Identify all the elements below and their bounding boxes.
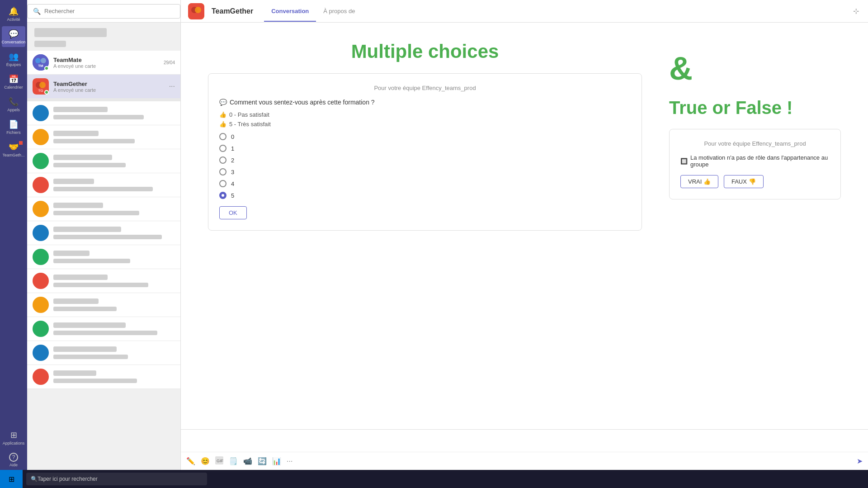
sidebar-item-teamgether[interactable]: 🤝 TeamGeth... — [2, 139, 25, 160]
more-options-button[interactable]: ··· — [169, 82, 175, 90]
radio-row-0[interactable]: 0 — [219, 133, 631, 140]
radio-2[interactable] — [219, 156, 226, 164]
list-item[interactable] — [27, 149, 180, 173]
teammate-info: TeamMate A envoyé une carte — [53, 57, 159, 69]
tab-apropos[interactable]: À propos de — [316, 1, 362, 22]
left-rail: 🔔 Activité 💬 Conversation 👥 Équipes 📅 Ca… — [0, 0, 27, 470]
sidebar-item-equipes[interactable]: 👥 Équipes — [2, 49, 25, 70]
emoji-icon[interactable]: 😊 — [201, 457, 210, 465]
radio-row-4[interactable]: 4 — [219, 180, 631, 187]
chat-item-teammate[interactable]: TM TeamMate A envoyé une carte 29/04 — [27, 51, 180, 75]
radio-row-3[interactable]: 3 — [219, 168, 631, 175]
rail-label-aide: Aide — [9, 463, 18, 467]
poll-option1: 👍 0 - Pas satisfait — [219, 111, 631, 118]
list-item[interactable] — [27, 293, 180, 317]
tf-title-container: True or False ! — [669, 98, 841, 118]
sidebar-item-conversation[interactable]: 💬 Conversation — [2, 26, 25, 47]
rail-label-appels: Appels — [7, 108, 20, 112]
name-bar — [53, 346, 117, 352]
sidebar-item-applications[interactable]: ⊞ Applications — [2, 427, 25, 448]
faux-button[interactable]: FAUX 👎 — [724, 175, 764, 188]
message-input[interactable] — [181, 430, 868, 452]
avatar-red-2 — [33, 273, 49, 289]
list-item[interactable] — [27, 197, 180, 221]
radio-0[interactable] — [219, 133, 226, 140]
sidebar-item-activite[interactable]: 🔔 Activité — [2, 4, 25, 24]
teamgether-icon: 🤝 — [9, 142, 19, 152]
ampersand-container: & — [669, 41, 841, 87]
avatar-yellow-2 — [33, 201, 49, 217]
name-bar — [53, 227, 121, 232]
giphy-icon[interactable]: GIF — [215, 456, 223, 466]
chat-icon: 💬 — [9, 29, 19, 39]
name-bar — [53, 298, 99, 304]
ok-button[interactable]: OK — [219, 206, 247, 219]
svg-text:TG: TG — [38, 89, 43, 93]
radio-5[interactable] — [219, 192, 226, 199]
start-button[interactable]: ⊞ — [0, 470, 23, 488]
list-item[interactable] — [27, 245, 180, 269]
radio-1[interactable] — [219, 145, 226, 152]
more-toolbar-icon[interactable]: ··· — [287, 457, 292, 465]
speech-bubble-icon: 💬 — [219, 99, 227, 106]
poll-card: Pour votre équipe Effency_teams_prod 💬 C… — [208, 73, 642, 231]
poll-option2: 👍 5 - Très satisfait — [219, 121, 631, 128]
phone-icon: 📞 — [9, 97, 19, 107]
poll-subtitle: Pour votre équipe Effency_teams_prod — [219, 85, 631, 91]
format-icon[interactable]: ✏️ — [186, 457, 195, 465]
search-icon-main: 🔍 — [33, 8, 41, 15]
list-item[interactable] — [27, 221, 180, 245]
list-item[interactable] — [27, 365, 180, 389]
sidebar-item-fichiers[interactable]: 📄 Fichiers — [2, 117, 25, 137]
sidebar-item-appels[interactable]: 📞 Appels — [2, 94, 25, 115]
list-item[interactable] — [27, 317, 180, 341]
vrai-button[interactable]: VRAI 👍 — [680, 175, 718, 188]
avatar-yellow-3 — [33, 297, 49, 313]
search-icon: 🔍 — [31, 476, 38, 482]
radio-row-2[interactable]: 2 — [219, 156, 631, 164]
taskbar-search-bar[interactable]: 🔍 Taper ici pour rechercher — [26, 473, 207, 485]
mc-title: Multiple choices — [351, 41, 499, 62]
option1-text: 0 - Pas satisfait — [229, 111, 269, 118]
channel-tabs: Conversation À propos de — [264, 1, 362, 21]
option2-text: 5 - Très satisfait — [229, 121, 271, 128]
teamgether-preview: A envoyé une carte — [53, 87, 165, 93]
rail-label-equipes: Équipes — [6, 62, 21, 67]
preview-bar — [53, 139, 135, 143]
list-item[interactable] — [27, 269, 180, 293]
list-item[interactable] — [27, 341, 180, 365]
placeholder-lines — [53, 179, 175, 191]
popout-icon[interactable]: ⊹ — [851, 5, 861, 17]
radio-4[interactable] — [219, 180, 226, 187]
placeholder-lines — [53, 370, 175, 383]
placeholder-lines — [53, 322, 175, 335]
sidebar-item-aide[interactable]: ? Aide — [2, 450, 25, 470]
avatar-blue-2 — [33, 225, 49, 241]
taskbar-search-label: Taper ici pour rechercher — [38, 476, 98, 482]
preview-bar — [53, 379, 137, 383]
sidebar-item-calendrier[interactable]: 📅 Calendrier — [2, 71, 25, 92]
sticker-icon[interactable]: 🗒️ — [229, 457, 238, 465]
preview-bar — [53, 163, 126, 167]
tab-conversation[interactable]: Conversation — [264, 1, 316, 22]
radio-row-1[interactable]: 1 — [219, 145, 631, 152]
chart-icon[interactable]: 📊 — [272, 457, 281, 465]
list-item[interactable] — [27, 101, 180, 125]
radio-3[interactable] — [219, 168, 226, 175]
svg-point-1 — [35, 58, 41, 63]
list-item[interactable] — [27, 173, 180, 197]
chat-item-teamgether[interactable]: TG TeamGether A envoyé une carte ··· — [27, 75, 180, 99]
radio-row-5[interactable]: 5 — [219, 192, 631, 199]
sidebar-header — [27, 23, 180, 51]
send-button[interactable]: ➤ — [857, 457, 863, 465]
placeholder-lines — [53, 203, 175, 215]
loop-icon[interactable]: 🔄 — [258, 457, 267, 465]
list-item[interactable] — [27, 125, 180, 149]
search-input[interactable] — [44, 8, 175, 14]
svg-text:TM: TM — [38, 64, 43, 68]
meet-icon[interactable]: 📹 — [243, 457, 252, 465]
status-dot-teammate — [44, 66, 49, 71]
apps-icon: ⊞ — [10, 430, 17, 440]
search-box[interactable]: 🔍 — [27, 4, 180, 19]
name-bar — [53, 155, 112, 160]
